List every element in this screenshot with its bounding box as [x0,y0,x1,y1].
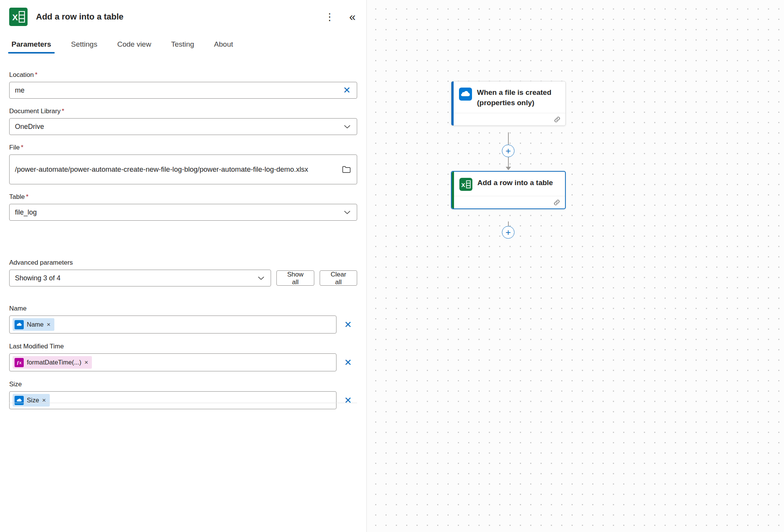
advanced-parameters-row: Showing 3 of 4 Show all Clear all [9,270,357,286]
table-label: Table* [9,193,357,201]
panel-header: X Add a row into a table ⋮ « [9,0,357,26]
panel-title: Add a row into a table [36,12,124,22]
action-card-footer [452,196,565,208]
link-icon[interactable] [554,116,561,123]
document-library-dropdown[interactable]: OneDrive [9,118,357,135]
advanced-parameters-dropdown[interactable]: Showing 3 of 4 [9,270,271,286]
action-card[interactable]: X Add a row into a table [451,171,566,209]
name-token-label: Name [27,321,44,328]
last-modified-time-field: Last Modified Time ƒx formatDateTime(...… [9,343,357,371]
file-label-text: File [9,144,20,151]
clear-last-modified-icon[interactable]: ✕ [343,358,353,367]
file-field: File* /power-automate/power-automate-cre… [9,144,357,184]
trigger-card-footer [451,113,565,125]
action-accent-bar [452,172,454,208]
size-input[interactable]: Size × [9,391,336,409]
connector-arrowhead [506,167,511,170]
link-icon[interactable] [553,199,560,206]
action-config-panel: X Add a row into a table ⋮ « Parameters … [0,0,367,532]
table-value: file_log [15,208,343,216]
onedrive-icon [15,320,24,329]
svg-text:X: X [461,182,465,188]
size-row: Size × ✕ [9,391,357,409]
action-card-title: Add a row into a table [477,178,553,188]
file-input[interactable]: /power-automate/power-automate-create-ne… [9,155,357,184]
tab-settings[interactable]: Settings [69,40,100,54]
size-token-chip[interactable]: Size × [13,394,50,407]
expression-fx-icon: ƒx [15,358,24,367]
expression-token-label: formatDateTime(...) [27,359,81,366]
svg-text:X: X [12,13,18,22]
dynamic-fields-section: Name Name × ✕ [9,305,357,409]
name-field: Name Name × ✕ [9,305,357,334]
show-all-button[interactable]: Show all [276,270,315,286]
last-modified-time-row: ƒx formatDateTime(...) × ✕ [9,353,357,371]
location-label: Location* [9,71,357,79]
table-dropdown[interactable]: file_log [9,204,357,221]
clear-location-icon[interactable]: ✕ [342,86,351,95]
expression-token-remove-icon[interactable]: × [84,359,88,366]
excel-icon: X [9,8,28,26]
document-library-value: OneDrive [15,123,343,131]
size-field: Size Size × ✕ [9,381,357,409]
chevron-down-icon [343,208,351,216]
location-label-text: Location [9,71,34,78]
excel-icon: X [459,178,472,191]
advanced-parameters-label: Advanced parameters [9,259,357,267]
tab-parameters[interactable]: Parameters [9,40,54,54]
flow-canvas[interactable]: When a file is created (properties only)… [367,0,784,532]
required-asterisk: * [26,193,29,200]
name-input[interactable]: Name × [9,316,336,334]
trigger-card[interactable]: When a file is created (properties only) [451,81,566,126]
chevron-down-icon [257,274,265,282]
required-asterisk: * [35,71,38,78]
document-library-field: Document Library* OneDrive [9,107,357,135]
action-card-body: X Add a row into a table [452,172,565,196]
panel-tabs: Parameters Settings Code view Testing Ab… [9,40,357,54]
location-value: me [15,86,342,94]
location-field: Location* me ✕ [9,71,357,99]
document-library-label: Document Library* [9,107,357,115]
required-asterisk: * [62,107,64,115]
panel-bottom-divider [9,403,357,403]
table-field: Table* file_log [9,193,357,221]
onedrive-icon [15,396,24,405]
clear-size-icon[interactable]: ✕ [343,396,353,405]
trigger-accent-bar [451,81,454,125]
power-automate-editor: X Add a row into a table ⋮ « Parameters … [0,0,784,532]
header-actions: ⋮ « [323,10,357,24]
insert-step-button[interactable]: + [502,145,514,157]
name-row: Name × ✕ [9,316,357,334]
chevron-down-icon [343,122,351,131]
expression-token-chip[interactable]: ƒx formatDateTime(...) × [13,356,92,369]
clear-name-icon[interactable]: ✕ [343,320,353,329]
name-token-chip[interactable]: Name × [13,318,54,331]
last-modified-time-input[interactable]: ƒx formatDateTime(...) × [9,353,336,371]
more-options-icon[interactable]: ⋮ [323,10,336,23]
location-input[interactable]: me ✕ [9,82,357,99]
clear-all-button[interactable]: Clear all [320,270,357,286]
trigger-card-title: When a file is created (properties only) [477,88,561,108]
tab-testing[interactable]: Testing [169,40,196,54]
name-token-remove-icon[interactable]: × [47,321,51,328]
onedrive-icon [459,88,472,101]
table-label-text: Table [9,193,25,200]
file-path-value: /power-automate/power-automate-create-ne… [15,163,341,176]
document-library-label-text: Document Library [9,107,60,115]
advanced-dropdown-value: Showing 3 of 4 [15,274,257,282]
tab-about[interactable]: About [212,40,235,54]
name-label: Name [9,305,357,312]
tab-code-view[interactable]: Code view [115,40,154,54]
trigger-card-body: When a file is created (properties only) [451,81,565,113]
file-label: File* [9,144,357,151]
advanced-parameters-section: Advanced parameters Showing 3 of 4 Show … [9,259,357,286]
collapse-panel-icon[interactable]: « [348,10,357,24]
last-modified-time-label: Last Modified Time [9,343,357,350]
size-label: Size [9,381,357,388]
parameters-form: Location* me ✕ Document Library* OneDriv… [9,71,357,409]
add-step-button[interactable]: + [502,226,514,239]
folder-picker-icon[interactable] [341,164,351,174]
required-asterisk: * [21,144,23,151]
